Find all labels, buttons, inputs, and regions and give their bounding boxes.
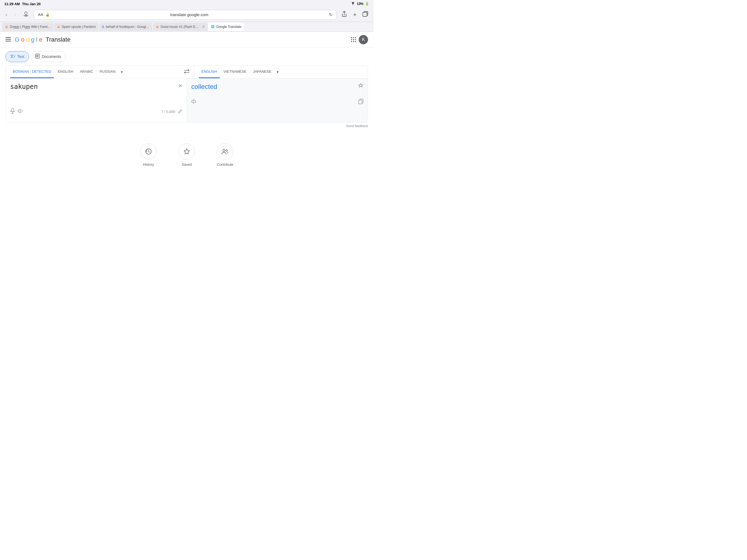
back-button[interactable]: ‹ bbox=[3, 11, 9, 19]
svg-point-14 bbox=[223, 149, 225, 152]
send-feedback: Send feedback bbox=[0, 123, 374, 130]
save-translation-button[interactable] bbox=[358, 83, 363, 90]
font-size-label: AA bbox=[38, 12, 43, 17]
mode-tab-documents-label: Documents bbox=[42, 54, 61, 59]
bookmarks-button[interactable] bbox=[21, 10, 31, 19]
char-count: 7 / 5,000 bbox=[161, 110, 175, 114]
lang-btn-russian[interactable]: RUSSIAN bbox=[97, 66, 119, 78]
send-feedback-link[interactable]: Send feedback bbox=[346, 124, 368, 128]
gt-header-left: GoogleTranslate bbox=[5, 36, 71, 43]
close-tab-music[interactable]: ✕ bbox=[202, 25, 205, 29]
speaker-target-button[interactable] bbox=[191, 99, 197, 105]
saved-circle bbox=[179, 143, 195, 160]
tab-favicon-behalf: G bbox=[102, 25, 104, 28]
svg-rect-0 bbox=[363, 12, 367, 17]
svg-rect-9 bbox=[11, 108, 14, 112]
tab-favicon-doggy: 🐷 bbox=[5, 25, 8, 28]
saved-action[interactable]: Saved bbox=[179, 143, 195, 167]
svg-rect-12 bbox=[359, 100, 362, 104]
swap-languages-button[interactable] bbox=[179, 69, 194, 75]
source-footer-right: 7 / 5,000 bbox=[161, 109, 182, 114]
saved-label: Saved bbox=[182, 162, 192, 167]
tabs-bar: 🐷 Doggy | Piggy Wiki | Fandom 🐷 Spam upv… bbox=[0, 22, 374, 32]
reload-button[interactable]: ↻ bbox=[329, 12, 333, 17]
gt-logo: GoogleTranslate bbox=[15, 36, 71, 43]
browser-toolbar: ‹ › AA 🔒 translate.google.com ↻ + bbox=[0, 8, 374, 22]
lang-btn-japanese[interactable]: JAPANESE bbox=[250, 66, 274, 78]
svg-rect-6 bbox=[36, 55, 39, 55]
tab-behalf[interactable]: G behalf of foodisyum - Google Sea... bbox=[99, 23, 153, 31]
svg-point-15 bbox=[226, 150, 228, 151]
lang-btn-bosnian[interactable]: BOSNIAN - DETECTED bbox=[10, 66, 54, 78]
svg-rect-2 bbox=[5, 39, 11, 40]
tab-label-music: Good music #1 (Rash Edition) | Fa... bbox=[160, 25, 199, 29]
tab-favicon-translate: 🌐 bbox=[211, 25, 215, 28]
hamburger-button[interactable] bbox=[5, 36, 11, 43]
edit-button[interactable] bbox=[178, 109, 182, 114]
bottom-actions: History Saved Contribute bbox=[0, 130, 374, 175]
copy-translation-button[interactable] bbox=[358, 99, 363, 105]
status-date: Thu Jan 20 bbox=[22, 2, 41, 6]
status-time: 11:29 AM bbox=[4, 2, 20, 6]
mode-tabs: 文A Text Documents bbox=[0, 48, 374, 65]
tab-spam[interactable]: 🐷 Spam upvote | Fandom bbox=[54, 23, 99, 31]
tab-favicon-music: 🐷 bbox=[156, 25, 159, 28]
forward-button[interactable]: › bbox=[12, 11, 18, 19]
target-lang-dropdown[interactable]: ▾ bbox=[275, 66, 280, 78]
clear-source-button[interactable]: ✕ bbox=[178, 83, 182, 89]
target-footer bbox=[191, 99, 364, 105]
tab-music[interactable]: 🐷 Good music #1 (Rash Edition) | Fa... ✕ bbox=[153, 23, 208, 31]
text-tab-icon: 文A bbox=[10, 54, 15, 59]
lang-selector-row: BOSNIAN - DETECTED ENGLISH ARABIC RUSSIA… bbox=[6, 66, 368, 78]
lock-icon: 🔒 bbox=[45, 12, 50, 17]
history-action[interactable]: History bbox=[140, 143, 157, 167]
source-lang-dropdown[interactable]: ▾ bbox=[119, 66, 124, 78]
new-tab-button[interactable]: + bbox=[351, 10, 359, 19]
tab-label-behalf: behalf of foodisyum - Google Sea... bbox=[106, 25, 150, 29]
lang-selector-right: ENGLISH VIETNAMESE JAPANESE ▾ bbox=[194, 66, 368, 78]
lang-selector-left: BOSNIAN - DETECTED ENGLISH ARABIC RUSSIA… bbox=[6, 66, 179, 78]
lang-btn-arabic[interactable]: ARABIC bbox=[77, 66, 96, 78]
source-footer-left bbox=[10, 108, 23, 116]
translation-output: collected bbox=[191, 83, 364, 91]
svg-rect-7 bbox=[36, 56, 38, 56]
tab-favicon-spam: 🐷 bbox=[57, 25, 60, 28]
wifi-icon bbox=[351, 2, 355, 6]
contribute-action[interactable]: Contribute bbox=[217, 143, 233, 167]
svg-rect-8 bbox=[36, 57, 38, 57]
share-button[interactable] bbox=[339, 10, 349, 19]
lang-btn-english-src[interactable]: ENGLISH bbox=[55, 66, 76, 78]
history-circle bbox=[140, 143, 157, 160]
mode-tab-text-label: Text bbox=[17, 54, 24, 59]
battery-icon: 🔋 bbox=[365, 2, 369, 6]
speaker-source-button[interactable] bbox=[18, 108, 23, 115]
lang-btn-vietnamese[interactable]: VIETNAMESE bbox=[221, 66, 249, 78]
target-area: collected bbox=[187, 78, 368, 122]
translator-panel: BOSNIAN - DETECTED ENGLISH ARABIC RUSSIA… bbox=[5, 65, 368, 123]
microphone-button[interactable] bbox=[10, 108, 15, 116]
battery-level: 13% bbox=[357, 2, 363, 6]
history-label: History bbox=[143, 162, 154, 167]
gt-header-right: K bbox=[351, 35, 368, 44]
tab-label-doggy: Doggy | Piggy Wiki | Fandom bbox=[10, 25, 51, 29]
svg-rect-3 bbox=[5, 41, 11, 42]
tab-translate[interactable]: 🌐 Google Translate bbox=[208, 23, 244, 31]
tabs-button[interactable] bbox=[360, 10, 370, 19]
app-content: GoogleTranslate K 文A Text bbox=[0, 32, 374, 280]
toolbar-actions: + bbox=[339, 10, 370, 19]
mode-tab-documents[interactable]: Documents bbox=[31, 51, 66, 62]
user-avatar[interactable]: K bbox=[359, 35, 368, 44]
address-bar[interactable]: AA 🔒 translate.google.com ↻ bbox=[34, 10, 337, 20]
tab-label-spam: Spam upvote | Fandom bbox=[62, 25, 96, 29]
status-bar: 11:29 AM Thu Jan 20 13% 🔋 bbox=[0, 0, 374, 8]
mode-tab-text[interactable]: 文A Text bbox=[5, 51, 29, 62]
app-title-suffix: Translate bbox=[46, 36, 71, 43]
tab-label-translate: Google Translate bbox=[216, 25, 241, 29]
svg-text:文A: 文A bbox=[10, 54, 15, 58]
source-text-input[interactable] bbox=[10, 83, 182, 105]
tab-doggy[interactable]: 🐷 Doggy | Piggy Wiki | Fandom bbox=[2, 23, 54, 31]
lang-btn-english-tgt[interactable]: ENGLISH bbox=[199, 66, 220, 78]
source-footer: 7 / 5,000 bbox=[10, 108, 182, 116]
apps-grid-button[interactable] bbox=[351, 37, 356, 42]
svg-rect-1 bbox=[5, 37, 11, 38]
